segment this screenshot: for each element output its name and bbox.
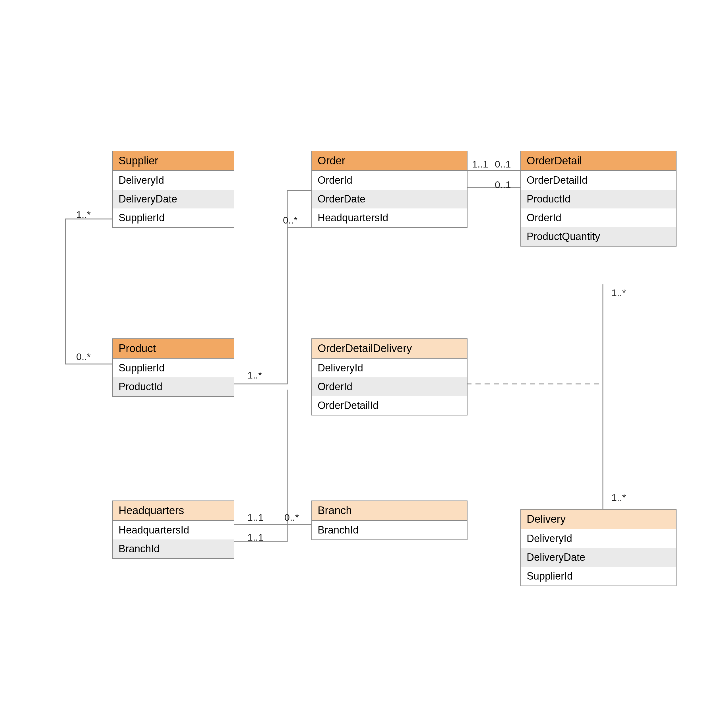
attr: OrderId: [521, 208, 676, 227]
attr: OrderDetailId: [521, 171, 676, 190]
entity-supplier: Supplier DeliveryId DeliveryDate Supplie…: [112, 151, 234, 228]
entity-branch: Branch BranchId: [311, 500, 468, 540]
attr: OrderDetailId: [312, 396, 467, 415]
er-diagram-canvas: Supplier DeliveryId DeliveryDate Supplie…: [0, 0, 728, 728]
entity-title: OrderDetailDelivery: [312, 339, 467, 359]
multiplicity: 0..*: [283, 215, 297, 226]
attr: BranchId: [312, 521, 467, 540]
multiplicity: 1..1: [248, 512, 264, 523]
multiplicity: 1..*: [612, 492, 626, 503]
multiplicity: 0..1: [495, 159, 511, 170]
attr: SupplierId: [113, 359, 234, 377]
entity-title: Branch: [312, 501, 467, 521]
entity-title: Supplier: [113, 151, 234, 171]
attr: SupplierId: [521, 567, 676, 586]
multiplicity: 0..*: [76, 351, 91, 362]
attr: DeliveryId: [521, 529, 676, 548]
multiplicity: 1..1: [248, 532, 264, 543]
multiplicity: 0..1: [495, 179, 511, 190]
attr: DeliveryId: [113, 171, 234, 190]
entity-orderdetail: OrderDetail OrderDetailId ProductId Orde…: [520, 151, 676, 246]
attr: OrderId: [312, 377, 467, 396]
attr: OrderId: [312, 171, 467, 190]
entity-title: Product: [113, 339, 234, 359]
entity-title: Order: [312, 151, 467, 171]
attr: HeadquartersId: [312, 208, 467, 227]
entity-delivery: Delivery DeliveryId DeliveryDate Supplie…: [520, 509, 676, 586]
entity-order: Order OrderId OrderDate HeadquartersId: [311, 151, 468, 228]
entity-title: Headquarters: [113, 501, 234, 521]
attr: HeadquartersId: [113, 521, 234, 540]
multiplicity: 0..*: [284, 512, 299, 523]
attr: BranchId: [113, 540, 234, 558]
entity-product: Product SupplierId ProductId: [112, 338, 234, 397]
multiplicity: 1..*: [248, 370, 262, 381]
attr: ProductId: [521, 190, 676, 208]
attr: ProductQuantity: [521, 227, 676, 246]
attr: DeliveryDate: [521, 548, 676, 567]
entity-orderdetaildelivery: OrderDetailDelivery DeliveryId OrderId O…: [311, 338, 468, 416]
multiplicity: 1..1: [472, 159, 488, 170]
attr: OrderDate: [312, 190, 467, 208]
entity-title: OrderDetail: [521, 151, 676, 171]
attr: SupplierId: [113, 208, 234, 227]
entity-title: Delivery: [521, 509, 676, 529]
entity-headquarters: Headquarters HeadquartersId BranchId: [112, 500, 234, 559]
attr: DeliveryDate: [113, 190, 234, 208]
multiplicity: 1..*: [612, 287, 626, 298]
attr: DeliveryId: [312, 359, 467, 377]
attr: ProductId: [113, 377, 234, 396]
multiplicity: 1..*: [76, 209, 91, 220]
